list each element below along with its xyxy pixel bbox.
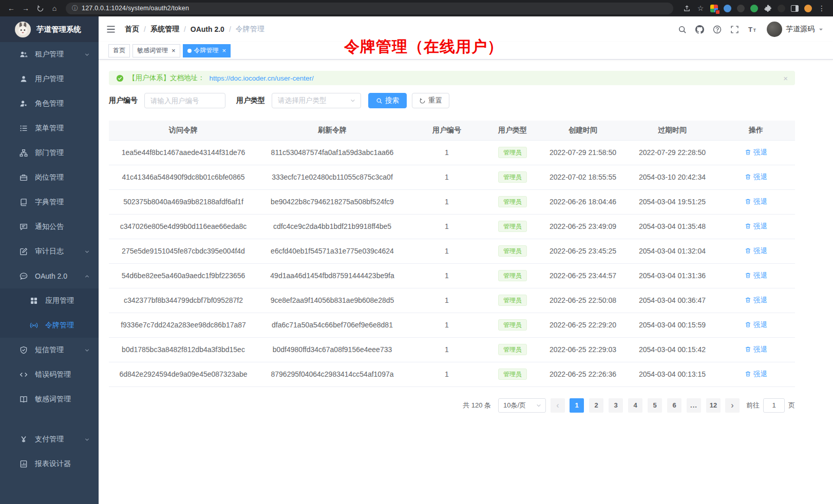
force-logout-button[interactable]: 强退 (745, 296, 767, 305)
breadcrumb-item[interactable]: OAuth 2.0 (191, 25, 224, 33)
sidebar-item-dict[interactable]: 字典管理 (0, 190, 99, 215)
goto-page-input[interactable] (763, 398, 785, 413)
sidebar-item-notice[interactable]: 通知公告 (0, 215, 99, 239)
sidebar-item-label: 令牌管理 (45, 321, 74, 330)
browser-forward-button[interactable]: → (20, 2, 32, 14)
user-menu[interactable]: 芋道源码 (767, 22, 824, 37)
force-logout-button[interactable]: 强退 (745, 320, 767, 329)
extension-dark-icon[interactable] (737, 5, 745, 12)
sidebar-item-menu[interactable]: 菜单管理 (0, 116, 99, 141)
page-size-select[interactable]: 10条/页 (498, 398, 546, 413)
force-logout-button[interactable]: 强退 (745, 271, 767, 280)
puzzle-icon[interactable] (764, 4, 772, 12)
cell-refresh-token: b0df4980ffd34c67a08f9156e4eee733 (258, 337, 407, 362)
browser-refresh-button[interactable] (34, 2, 46, 14)
cell-actions: 强退 (717, 362, 795, 386)
fullscreen-icon[interactable] (730, 25, 739, 34)
sidebar-item-report[interactable]: 报表设计器 (0, 452, 99, 476)
sidebar-toggle-button[interactable] (106, 24, 116, 34)
page-button[interactable]: 5 (648, 398, 662, 413)
tab-item[interactable]: 敏感词管理× (132, 44, 180, 57)
tab-item[interactable]: 令牌管理× (183, 44, 231, 57)
user-type-select[interactable]: 请选择用户类型 (272, 93, 361, 108)
sidebar-item-dept[interactable]: 部门管理 (0, 141, 99, 165)
help-icon[interactable] (713, 25, 722, 34)
force-logout-label: 强退 (753, 345, 767, 354)
force-logout-button[interactable]: 强退 (745, 172, 767, 182)
force-logout-button[interactable]: 强退 (745, 246, 767, 256)
force-logout-label: 强退 (753, 370, 767, 379)
sidebar-item-role[interactable]: 角色管理 (0, 91, 99, 116)
force-logout-label: 强退 (753, 172, 767, 182)
sidebar-item-token[interactable]: 令牌管理 (0, 313, 99, 338)
menu-icon (20, 124, 28, 132)
sidebar-item-oauth[interactable]: OAuth 2.0 (0, 264, 99, 288)
force-logout-button[interactable]: 强退 (745, 345, 767, 354)
close-icon[interactable]: × (172, 47, 176, 54)
bookmark-star-icon[interactable]: ☆ (696, 4, 705, 12)
force-logout-button[interactable]: 强退 (745, 148, 767, 157)
prev-page-button[interactable]: ‹ (551, 398, 565, 413)
extension-claw-icon[interactable] (778, 5, 785, 12)
sidebar-item-sms[interactable]: 短信管理 (0, 338, 99, 362)
search-button[interactable]: 搜索 (368, 93, 407, 108)
sidebar-item-sensitive[interactable]: 敏感词管理 (0, 387, 99, 412)
sidebar-item-app[interactable]: 应用管理 (0, 288, 99, 313)
cell-actions: 强退 (717, 337, 795, 362)
sidebar-item-post[interactable]: 岗位管理 (0, 165, 99, 190)
force-logout-button[interactable]: 强退 (745, 222, 767, 231)
sidebar-item-pay[interactable]: 支付管理 (0, 427, 99, 452)
delete-icon (745, 272, 751, 279)
sidebar-item-label: 租户管理 (35, 50, 64, 59)
page-button[interactable]: 6 (667, 398, 681, 413)
cell-expire-time: 2054-03-04 19:51:25 (628, 189, 717, 214)
search-icon[interactable] (678, 25, 687, 34)
extensions-grid-icon[interactable] (710, 5, 718, 12)
cell-user-type: 管理员 (487, 337, 538, 362)
breadcrumb-item[interactable]: 系统管理 (150, 25, 179, 34)
breadcrumb: 首页/系统管理/OAuth 2.0/令牌管理 (125, 25, 264, 34)
extension-blue-icon[interactable] (724, 5, 731, 12)
reset-button[interactable]: 重置 (412, 93, 449, 108)
cell-expire-time: 2054-03-04 00:15:42 (628, 337, 717, 362)
site-info-icon[interactable]: ⓘ (72, 5, 78, 11)
page-button[interactable]: 4 (628, 398, 642, 413)
browser-menu-icon[interactable]: ⋮ (818, 4, 826, 12)
extension-green-icon[interactable] (750, 5, 758, 12)
cell-user-id: 1 (407, 337, 487, 362)
page-button[interactable]: 2 (589, 398, 603, 413)
app-logo[interactable]: 芋道管理系统 (0, 16, 99, 42)
doc-alert: 【用户体系】文档地址： https://doc.iocoder.cn/user-… (109, 71, 795, 85)
browser-home-button[interactable]: ⌂ (48, 2, 61, 14)
sidebar-item-user[interactable]: 用户管理 (0, 67, 99, 91)
alert-doc-link[interactable]: https://doc.iocoder.cn/user-center/ (210, 74, 314, 82)
browser-address-bar[interactable]: ⓘ 127.0.0.1:1024/system/oauth2/token (66, 3, 673, 14)
close-icon[interactable]: × (222, 47, 226, 54)
share-icon[interactable] (683, 4, 691, 12)
tab-item[interactable]: 首页 (108, 44, 130, 57)
browser-back-button[interactable]: ← (5, 2, 17, 14)
font-size-icon[interactable]: TT (748, 25, 756, 34)
page-button[interactable]: 3 (609, 398, 623, 413)
tab-label: 令牌管理 (194, 46, 219, 55)
browser-profile-avatar[interactable] (804, 5, 812, 12)
cell-user-type: 管理员 (487, 263, 538, 288)
sidebar-item-errcode[interactable]: 错误码管理 (0, 362, 99, 387)
next-page-button[interactable]: › (725, 398, 740, 413)
sidebar-item-log[interactable]: 审计日志 (0, 239, 99, 264)
alert-close-icon[interactable]: × (783, 74, 788, 83)
browser-toolbar: ← → ⌂ ⓘ 127.0.0.1:1024/system/oauth2/tok… (0, 0, 833, 16)
force-logout-button[interactable]: 强退 (745, 197, 767, 206)
sidebar-item-tenant[interactable]: 租户管理 (0, 42, 99, 67)
user-type-placeholder: 请选择用户类型 (278, 96, 327, 105)
page-ellipsis[interactable]: ... (687, 398, 701, 413)
split-view-icon[interactable] (791, 5, 799, 12)
user-id-input[interactable] (144, 93, 225, 108)
cell-user-id: 1 (407, 165, 487, 189)
breadcrumb-item[interactable]: 首页 (125, 25, 139, 34)
github-icon[interactable] (695, 25, 704, 34)
sidebar-item-label: 短信管理 (35, 345, 64, 355)
force-logout-button[interactable]: 强退 (745, 370, 767, 379)
page-button[interactable]: 1 (570, 398, 584, 413)
page-button[interactable]: 12 (706, 398, 721, 413)
